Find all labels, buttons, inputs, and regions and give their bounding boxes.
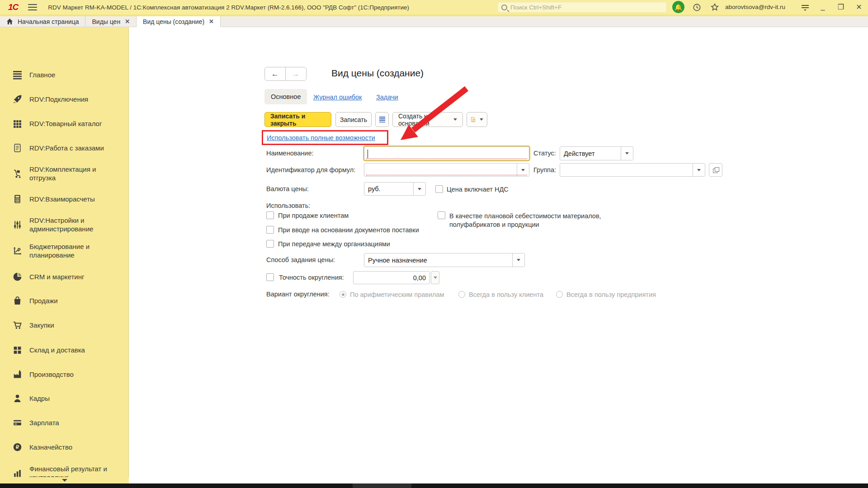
- user-account[interactable]: aborovtsova@rdv-it.ru: [725, 4, 785, 10]
- rounding-precision-checkbox[interactable]: [266, 273, 274, 281]
- factory-icon: [13, 370, 22, 379]
- sidebar-item-treasury[interactable]: ₽ Казначейство: [0, 437, 129, 457]
- close-tab-icon[interactable]: ✕: [209, 18, 214, 25]
- history-nav: ← →: [264, 67, 307, 81]
- menu-bars-icon: [13, 70, 22, 80]
- rounding-variant-label: Вариант округления:: [266, 291, 330, 298]
- warehouse-grid-icon: [13, 345, 22, 355]
- rounding-client-favor-radio[interactable]: [458, 291, 465, 298]
- main-menu-icon[interactable]: [28, 4, 37, 10]
- pay-card-icon: [13, 418, 22, 427]
- sidebar-item-rdv-orders[interactable]: RDV:Работа с заказами: [0, 138, 129, 158]
- tab-price-types[interactable]: Виды цен ✕: [85, 16, 137, 27]
- sidebar-item-crm[interactable]: CRM и маркетинг: [0, 267, 129, 286]
- search-input[interactable]: [510, 4, 663, 11]
- currency-select[interactable]: руб.: [364, 182, 426, 196]
- status-select[interactable]: Действует: [560, 146, 633, 160]
- person-icon: [13, 394, 22, 403]
- use-planned-cost-label: В качестве плановой себестоимости матери…: [449, 212, 630, 229]
- group-select[interactable]: [560, 163, 705, 177]
- sidebar-item-budgeting[interactable]: ₽ Бюджетирование и планирование: [0, 241, 129, 261]
- chevron-down-icon[interactable]: [517, 164, 529, 176]
- notifications-button[interactable]: 🔔: [672, 1, 684, 13]
- tab-home[interactable]: Начальная страница: [0, 16, 85, 27]
- chevron-down-icon[interactable]: [693, 164, 705, 176]
- 1c-logo-icon: 1С: [8, 2, 18, 12]
- order-document-icon: [13, 143, 22, 153]
- sidebar-item-warehouse[interactable]: Склад и доставка: [0, 340, 129, 360]
- sidebar-expander[interactable]: [0, 477, 129, 483]
- use-full-features-link[interactable]: Использовать полные возможности: [267, 134, 375, 141]
- chevron-down-icon: [62, 479, 67, 482]
- tab-price-type-new[interactable]: Вид цены (создание) ✕: [137, 16, 221, 27]
- vat-included-label: Цена включает НДС: [447, 186, 509, 193]
- titlebar-menu-icon[interactable]: [799, 1, 811, 13]
- group-open-button[interactable]: [709, 163, 722, 177]
- favorites-button[interactable]: [709, 1, 721, 13]
- rounding-company-favor-label: Всегда в пользу предприятия: [566, 291, 656, 298]
- sidebar-item-salary[interactable]: Зарплата: [0, 413, 129, 432]
- grid-bricks-icon: [13, 119, 22, 128]
- sidebar-item-rdv-settings[interactable]: RDV:Настройки и администрирование: [0, 215, 129, 235]
- tab-main[interactable]: Основное: [264, 89, 307, 104]
- use-sales-label: При продаже клиентам: [278, 212, 349, 219]
- sidebar-item-finance-result[interactable]: Финансовый результат и контроллинг: [0, 463, 129, 477]
- use-supply-docs-checkbox[interactable]: [266, 226, 274, 234]
- rounding-company-favor-radio[interactable]: [556, 291, 563, 298]
- status-label: Статус:: [533, 150, 556, 157]
- rounding-precision-input[interactable]: 0,00: [353, 271, 430, 284]
- price-method-select[interactable]: Ручное назначение: [364, 253, 525, 267]
- tab-tasks[interactable]: Задачи: [376, 94, 398, 101]
- name-label: Наименование:: [266, 150, 314, 157]
- back-button[interactable]: ←: [265, 67, 286, 80]
- calculator-icon: [13, 194, 22, 204]
- sidebar-item-sales[interactable]: Продажи: [0, 291, 129, 310]
- sidebar-item-production[interactable]: Производство: [0, 364, 129, 384]
- sidebar-item-purchases[interactable]: Закупки: [0, 315, 129, 335]
- vat-included-checkbox[interactable]: [435, 185, 443, 193]
- close-window-button[interactable]: ✕: [854, 3, 864, 11]
- sidebar-item-rdv-connections[interactable]: RDV:Подключения: [0, 89, 129, 109]
- svg-text:₽: ₽: [16, 444, 19, 450]
- use-interorg-checkbox[interactable]: [266, 240, 274, 248]
- rounding-precision-dropdown[interactable]: [431, 271, 439, 284]
- rounding-client-favor-label: Всегда в пользу клиента: [469, 291, 543, 298]
- chevron-down-icon[interactable]: [413, 183, 425, 195]
- page-title: Вид цены (создание): [331, 68, 424, 79]
- use-planned-cost-checkbox[interactable]: [438, 211, 445, 219]
- use-supply-docs-label: При вводе на основании документов постав…: [278, 226, 419, 234]
- forward-button[interactable]: →: [286, 67, 307, 80]
- shopping-bag-icon: [13, 296, 22, 305]
- sidebar-item-rdv-shipping[interactable]: RDV:Комплектация и отгрузка: [0, 164, 129, 183]
- history-button[interactable]: [691, 1, 703, 13]
- show-in-list-button[interactable]: [375, 112, 389, 127]
- chevron-down-icon: [453, 118, 457, 121]
- minimize-button[interactable]: _: [817, 3, 828, 11]
- sidebar-item-hr[interactable]: Кадры: [0, 388, 129, 408]
- chevron-down-icon[interactable]: [512, 253, 524, 267]
- chevron-down-icon[interactable]: [621, 147, 633, 160]
- rounding-arithmetic-radio[interactable]: [340, 291, 346, 298]
- global-search[interactable]: [497, 2, 667, 13]
- tab-error-log[interactable]: Журнал ошибок: [313, 94, 362, 101]
- back-arrow-icon: ←: [271, 70, 279, 79]
- rounding-precision-label: Точность округления:: [279, 274, 344, 281]
- doc-history-dropdown-button[interactable]: [467, 112, 487, 127]
- titlebar: 1С RDV Маркет RM-KA-MODEL / 1С:Комплексн…: [0, 0, 868, 14]
- restore-button[interactable]: ❐: [835, 3, 846, 11]
- sidebar-item-rdv-catalog[interactable]: RDV:Товарный каталог: [0, 113, 129, 133]
- use-sales-checkbox[interactable]: [266, 211, 274, 219]
- use-interorg-label: При передаче между организациями: [278, 240, 390, 248]
- close-tab-icon[interactable]: ✕: [125, 18, 130, 25]
- group-label: Группа:: [533, 166, 556, 174]
- rounding-arithmetic-label: По арифметическим правилам: [350, 291, 444, 298]
- identifier-select[interactable]: [364, 163, 529, 177]
- create-based-on-button[interactable]: Создать на основании: [392, 112, 463, 127]
- name-input[interactable]: [364, 146, 529, 160]
- save-button[interactable]: Записать: [335, 112, 372, 127]
- use-section-label: Использовать:: [266, 202, 310, 209]
- sidebar-item-rdv-settlements[interactable]: RDV:Взаиморасчеты: [0, 189, 129, 209]
- save-and-close-button[interactable]: Записать и закрыть: [264, 112, 331, 127]
- sidebar-item-main[interactable]: Главное: [0, 65, 129, 84]
- chevron-down-icon: [480, 118, 483, 121]
